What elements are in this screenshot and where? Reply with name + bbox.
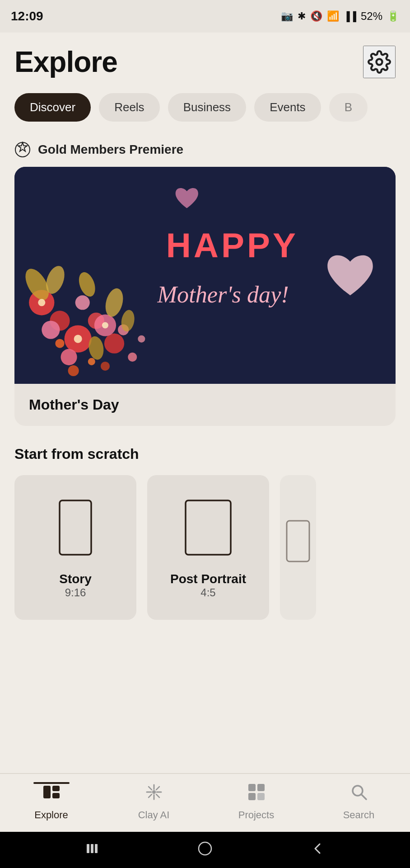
nav-item-clay-ai[interactable]: Clay AI [122,782,186,821]
projects-nav-label: Projects [238,809,274,821]
svg-point-22 [128,353,137,362]
wifi-icon: 📶 [327,10,339,22]
svg-point-26 [74,335,82,343]
post-portrait-card-name: Post Portrait [170,572,246,586]
svg-point-23 [138,335,145,343]
android-home-btn[interactable] [197,840,213,860]
status-time: 12:09 [11,9,43,24]
svg-rect-47 [248,793,256,800]
scratch-cards-container: Story 9:16 Post Portrait 4:5 [14,475,396,620]
svg-rect-33 [43,786,51,798]
svg-rect-34 [52,786,60,791]
featured-image: HAPPY Mother's day! [14,167,396,384]
scratch-card-story[interactable]: Story 9:16 [14,475,136,620]
story-icon-svg [53,496,98,559]
tab-more[interactable]: B [329,93,368,122]
filter-tabs: Discover Reels Business Events B [14,93,396,122]
page-title: Explore [14,45,117,79]
clay-ai-nav-icon [144,782,164,806]
search-icon-svg [349,782,369,802]
explore-nav-label: Explore [34,809,68,821]
scratch-card-more[interactable] [280,475,316,620]
tab-reels[interactable]: Reels [99,93,159,122]
svg-rect-30 [60,500,91,555]
story-card-name: Story [59,572,92,586]
settings-button[interactable] [363,46,396,78]
svg-point-20 [101,362,110,371]
camera-icon: 📷 [281,10,293,22]
svg-line-43 [149,794,152,797]
svg-point-18 [68,365,79,376]
svg-line-42 [156,787,159,790]
svg-point-17 [55,339,64,348]
nav-item-explore[interactable]: Explore [20,782,83,821]
svg-rect-48 [257,793,265,800]
nav-item-search[interactable]: Search [327,782,391,821]
svg-rect-32 [287,521,309,561]
status-bar: 12:09 📷 ✱ 🔇 📶 ▐▐ 52% 🔋 [0,0,410,33]
post-portrait-card-icon [181,496,235,561]
svg-point-27 [102,322,108,328]
battery-icon: 🔋 [387,10,399,22]
projects-icon-svg [247,782,266,802]
bluetooth-icon: ✱ [298,10,306,22]
main-content: Explore Discover Reels Business Events B… [0,33,410,697]
svg-rect-31 [186,500,231,555]
clay-ai-nav-label: Clay AI [138,809,170,821]
battery-indicator: 52% [361,10,382,23]
android-back-btn[interactable] [311,841,325,859]
svg-point-25 [38,299,45,306]
story-card-icon [53,496,98,561]
svg-point-9 [75,295,90,310]
featured-card-label: Mother's Day [14,384,396,426]
post-portrait-icon-svg [181,496,235,559]
more-icon-svg [284,519,312,564]
nav-item-projects[interactable]: Projects [225,782,288,821]
svg-rect-46 [257,784,265,791]
android-menu-btn[interactable] [85,841,99,859]
svg-point-7 [104,334,124,354]
svg-rect-51 [87,844,89,853]
scratch-card-post-portrait[interactable]: Post Portrait 4:5 [147,475,269,620]
svg-point-8 [42,321,60,339]
nav-active-indicator [33,782,70,784]
status-icons: 📷 ✱ 🔇 📶 ▐▐ 52% 🔋 [281,10,399,23]
tab-business[interactable]: Business [168,93,247,122]
gear-icon [368,50,391,74]
android-home-icon [197,840,213,857]
svg-line-41 [156,794,159,797]
svg-rect-45 [248,784,256,791]
android-menu-icon [85,841,99,856]
svg-point-54 [199,842,211,855]
svg-text:Mother's day!: Mother's day! [157,281,289,307]
explore-icon-svg [42,782,61,802]
tab-discover[interactable]: Discover [14,93,91,122]
clay-ai-icon-svg [144,782,164,802]
mothers-day-svg: HAPPY Mother's day! [14,167,396,384]
post-portrait-card-ratio: 4:5 [200,586,215,599]
svg-point-44 [152,790,156,794]
android-back-icon [311,841,325,856]
svg-text:HAPPY: HAPPY [166,226,298,264]
svg-rect-35 [52,793,60,798]
story-card-ratio: 9:16 [65,586,86,599]
premiere-star-icon [14,142,31,158]
svg-rect-52 [91,844,93,853]
svg-point-0 [377,59,382,65]
projects-nav-icon [247,782,266,806]
svg-point-19 [88,358,95,365]
tab-events[interactable]: Events [254,93,321,122]
premiere-section-label: Gold Members Premiere [14,142,396,158]
premiere-label: Gold Members Premiere [38,142,183,157]
bottom-nav: Explore Clay AI [0,773,410,832]
signal-icon: ▐▐ [344,11,356,22]
android-nav-bar [0,832,410,868]
scratch-section-title: Start from scratch [14,446,396,462]
featured-card[interactable]: HAPPY Mother's day! Mother's Day [14,167,396,426]
svg-rect-53 [95,844,98,853]
svg-line-50 [361,794,366,799]
mute-icon: 🔇 [310,10,322,22]
spacer [0,697,410,774]
header: Explore [14,45,396,79]
svg-point-11 [61,349,77,365]
